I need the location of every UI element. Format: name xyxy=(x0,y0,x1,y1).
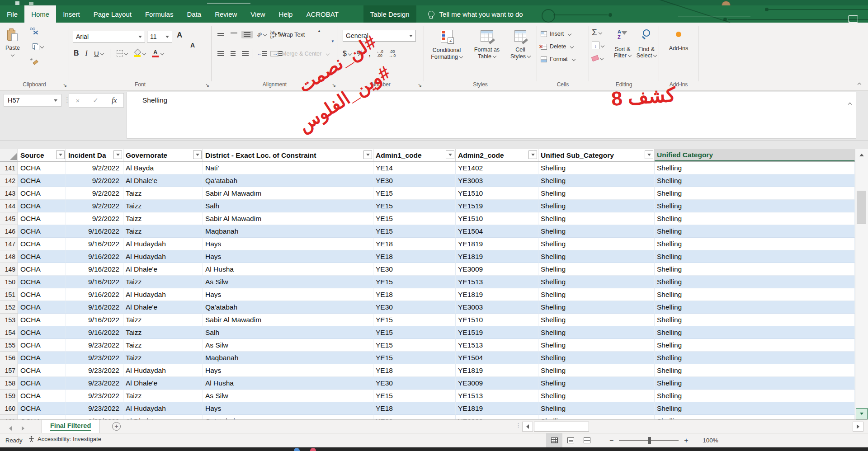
cell[interactable]: Hays xyxy=(203,402,373,415)
accounting-format-button[interactable]: $ xyxy=(343,50,351,58)
row-number[interactable]: 146 xyxy=(0,225,18,238)
cell[interactable]: 9/23/2022 xyxy=(66,339,123,352)
scroll-down-button[interactable] xyxy=(856,408,868,419)
taskbar-app-icon[interactable] xyxy=(294,448,300,451)
cell[interactable]: 9/16/2022 xyxy=(66,301,123,314)
cell[interactable]: Al Dhale'e xyxy=(123,301,203,314)
cell[interactable]: Shelling xyxy=(538,339,655,352)
taskbar-app-icon[interactable] xyxy=(310,448,316,451)
cell[interactable]: Shelling xyxy=(655,238,855,250)
cell[interactable]: Taizz xyxy=(123,187,203,200)
vertical-scrollbar[interactable] xyxy=(855,149,868,419)
column-header-governorate[interactable]: Governorate xyxy=(123,149,203,161)
format-as-table-button[interactable]: Format as Table xyxy=(469,27,505,82)
cell[interactable]: Al Dhale'e xyxy=(123,174,203,187)
scroll-left-button[interactable] xyxy=(522,422,533,432)
cell[interactable]: Shelling xyxy=(538,187,655,200)
align-bottom-button[interactable] xyxy=(241,31,253,38)
row-number[interactable]: 147 xyxy=(0,238,18,250)
cell[interactable]: YE18 xyxy=(373,288,456,301)
cell[interactable]: Shelling xyxy=(655,187,855,200)
cell[interactable]: YE14 xyxy=(373,162,456,174)
normal-view-button[interactable] xyxy=(546,433,562,447)
sort-filter-button[interactable]: AZ Sort & Filter xyxy=(611,29,634,59)
filter-button[interactable] xyxy=(193,150,202,159)
column-header-district-exact-loc-of-constraint[interactable]: District - Exact Loc. of Constraint xyxy=(203,149,373,161)
cell[interactable]: Taizz xyxy=(123,212,203,225)
cell[interactable]: Shelling xyxy=(538,162,655,174)
cell[interactable]: As Silw xyxy=(203,339,373,352)
cell[interactable]: YE15 xyxy=(373,339,456,352)
cell[interactable]: YE3003 xyxy=(456,174,538,187)
cell[interactable]: OCHA xyxy=(18,174,66,187)
cell[interactable]: YE15 xyxy=(373,225,456,238)
cell[interactable]: 9/2/2022 xyxy=(66,162,123,174)
column-header-source[interactable]: Source xyxy=(18,149,66,161)
borders-button[interactable] xyxy=(117,50,127,56)
cell[interactable]: Shelling xyxy=(655,288,855,301)
font-dialog-launcher[interactable]: ↘ xyxy=(205,82,209,88)
vertical-scrollbar-thumb[interactable] xyxy=(857,191,866,224)
cell[interactable]: Shelling xyxy=(538,263,655,276)
cell[interactable]: Shelling xyxy=(538,402,655,415)
cell[interactable]: Taizz xyxy=(123,339,203,352)
add-ins-button[interactable]: Add-ins xyxy=(663,27,694,82)
cell[interactable]: YE1513 xyxy=(456,390,538,402)
cell[interactable]: 9/23/2022 xyxy=(66,402,123,415)
formula-bar-scroll-up[interactable] xyxy=(848,103,852,106)
cell[interactable]: Al Dhale'e xyxy=(123,415,203,419)
cell[interactable]: Al Bayda xyxy=(123,162,203,174)
tab-view[interactable]: View xyxy=(244,5,272,23)
tab-data[interactable]: Data xyxy=(180,5,208,23)
cell[interactable]: OCHA xyxy=(18,402,66,415)
accessibility-status[interactable]: Accessibility: Investigate xyxy=(28,436,101,442)
cell[interactable]: Al Hudaydah xyxy=(123,250,203,263)
paste-button[interactable]: Paste xyxy=(5,30,20,56)
cell[interactable]: OCHA xyxy=(18,377,66,390)
cell[interactable]: Al Hudaydah xyxy=(123,364,203,377)
cell[interactable]: As Silw xyxy=(203,390,373,402)
cell[interactable]: Shelling xyxy=(655,390,855,402)
insert-cells-button[interactable]: Insert xyxy=(541,29,571,39)
row-number[interactable]: 141 xyxy=(0,162,18,174)
decrease-decimal-button[interactable]: .00 →.0 xyxy=(389,50,396,57)
cell[interactable]: OCHA xyxy=(18,390,66,402)
align-right-button[interactable] xyxy=(240,50,251,57)
cell[interactable]: 9/23/2022 xyxy=(66,390,123,402)
zoom-in-button[interactable]: + xyxy=(684,437,688,445)
filter-button[interactable] xyxy=(113,150,122,159)
cell[interactable]: Hays xyxy=(203,288,373,301)
format-cells-button[interactable]: Format xyxy=(541,54,575,64)
cell[interactable]: OCHA xyxy=(18,238,66,250)
cell[interactable]: YE18 xyxy=(373,402,456,415)
cell[interactable]: 9/16/2022 xyxy=(66,288,123,301)
cell[interactable]: Shelling xyxy=(538,314,655,326)
tab-page-layout[interactable]: Page Layout xyxy=(87,5,138,23)
comment-icon[interactable] xyxy=(848,15,858,23)
cell[interactable]: Shelling xyxy=(655,352,855,364)
cell[interactable]: Maqbanah xyxy=(203,352,373,364)
cell[interactable]: Shelling xyxy=(655,301,855,314)
cell[interactable]: Qa'atabah xyxy=(203,415,373,419)
wrap-text-button[interactable]: abc↩ Wrap Text xyxy=(270,31,305,39)
clear-button[interactable] xyxy=(592,56,603,61)
column-header-admin1-code[interactable]: Admin1_code xyxy=(373,149,456,161)
cell[interactable]: Shelling xyxy=(538,301,655,314)
cell[interactable]: Hays xyxy=(203,238,373,250)
cell[interactable]: Taizz xyxy=(123,352,203,364)
row-number[interactable]: 145 xyxy=(0,212,18,225)
bold-button[interactable]: B xyxy=(74,49,79,57)
cell[interactable]: YE18 xyxy=(373,250,456,263)
filter-button[interactable] xyxy=(56,150,65,159)
cell[interactable]: OCHA xyxy=(18,288,66,301)
cell[interactable]: YE15 xyxy=(373,200,456,212)
column-header-unified-category[interactable]: Unified Category xyxy=(655,149,855,161)
cell[interactable]: Shelling xyxy=(655,364,855,377)
cell[interactable]: YE1519 xyxy=(456,326,538,339)
cell[interactable]: YE15 xyxy=(373,314,456,326)
cell[interactable]: Shelling xyxy=(655,250,855,263)
cell[interactable]: OCHA xyxy=(18,364,66,377)
font-color-button[interactable]: A xyxy=(152,49,164,57)
cell[interactable]: 9/30/2022 xyxy=(66,415,123,419)
font-name-select[interactable]: Arial xyxy=(73,31,145,42)
